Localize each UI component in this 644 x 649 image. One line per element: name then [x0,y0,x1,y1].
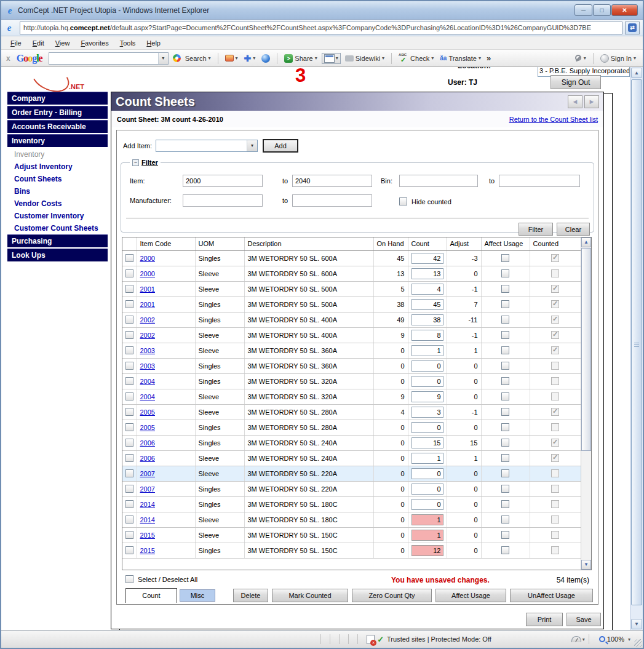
count-input[interactable] [411,376,443,387]
row-select-checkbox[interactable] [125,516,133,524]
sidebar-item-look-ups[interactable]: Look Ups [7,249,108,261]
count-input[interactable] [411,437,443,448]
count-input[interactable] [411,391,443,402]
item-code-link[interactable]: 2007 [140,485,155,493]
item-code-link[interactable]: 2003 [140,347,155,354]
toolbar-add-button[interactable]: ✚▾ [242,53,258,64]
delete-button[interactable]: Delete [233,589,268,602]
affect-usage-checkbox[interactable] [501,485,509,493]
sidebar-item-adjust-inventory[interactable]: Adjust Inventory [7,161,108,173]
row-select-checkbox[interactable] [125,331,133,339]
count-input[interactable] [411,314,443,325]
row-select-checkbox[interactable] [125,285,133,293]
toolbar-signin-button[interactable]: Sign In▾ [598,53,638,64]
affect-usage-checkbox[interactable] [501,331,509,339]
filter-button[interactable]: Filter [519,223,553,236]
unaffect-usage-button[interactable]: UnAffect Usage [510,589,593,602]
item-code-link[interactable]: 2002 [140,316,155,324]
bin-to-input[interactable] [499,175,580,187]
affect-usage-checkbox[interactable] [501,469,509,477]
count-input[interactable] [411,360,443,372]
count-input[interactable] [411,484,443,495]
gauge-icon[interactable] [571,636,581,642]
row-select-checkbox[interactable] [125,454,133,462]
chevron-down-icon[interactable]: ▾ [582,637,585,642]
hide-counted-checkbox[interactable] [399,197,407,205]
row-select-checkbox[interactable] [125,408,133,416]
scrollbar-thumb[interactable] [631,79,642,605]
sidebar-item-purchasing[interactable]: Purchasing [7,234,108,247]
affect-usage-checkbox[interactable] [501,531,509,539]
row-select-checkbox[interactable] [125,423,133,431]
row-select-checkbox[interactable] [125,300,133,308]
sidebar-item-customer-count-sheets[interactable]: Customer Count Sheets [7,222,108,234]
count-input[interactable] [411,330,443,341]
search-history-dropdown-icon[interactable]: ▾ [158,53,168,64]
url-input[interactable]: http://utopia.hq.comcept.net/default.asp… [20,22,622,34]
save-button[interactable]: Save [566,613,601,626]
sidebar-item-count-sheets[interactable]: Count Sheets [7,173,108,185]
manufacturer-to-input[interactable] [292,194,372,207]
minimize-button[interactable]: ─ [574,4,592,16]
menu-file[interactable]: File [5,38,27,49]
item-code-link[interactable]: 2001 [140,301,155,308]
scroll-down-icon[interactable]: ▼ [631,619,642,629]
count-input[interactable] [411,422,443,433]
affect-usage-checkbox[interactable] [501,408,509,416]
toolbar-layout-button[interactable]: ▾ [322,53,341,64]
count-input[interactable] [411,468,443,479]
row-select-checkbox[interactable] [125,500,133,508]
zoom-icon[interactable] [599,636,605,642]
count-input[interactable] [411,453,443,464]
affect-usage-checkbox[interactable] [501,316,509,324]
item-code-link[interactable]: 2000 [140,255,155,262]
scroll-down-icon[interactable]: ▼ [581,560,591,570]
collapse-icon[interactable]: − [132,159,139,166]
row-select-checkbox[interactable] [125,254,133,262]
affect-usage-checkbox[interactable] [501,423,509,431]
count-input[interactable] [411,268,443,279]
toolbar-close-icon[interactable]: x [6,54,10,63]
scroll-up-icon[interactable]: ▲ [581,237,591,247]
tab-misc[interactable]: Misc [180,589,215,602]
zero-count-qty-button[interactable]: Zero Count Qty [352,589,432,602]
grid-scrollbar[interactable]: ▲ ▼ [581,237,591,570]
affect-usage-checkbox[interactable] [501,346,509,354]
toolbar-settings-button[interactable]: ▾ [573,54,588,63]
sidebar-item-order-entry-billing[interactable]: Order Entry - Billing [7,106,108,119]
affect-usage-checkbox[interactable] [501,392,509,400]
affect-usage-checkbox[interactable] [501,439,509,447]
affect-usage-checkbox[interactable] [501,516,509,524]
item-code-link[interactable]: 2006 [140,439,155,447]
add-button[interactable]: Add [263,139,298,153]
affect-usage-checkbox[interactable] [501,454,509,462]
row-select-checkbox[interactable] [125,469,133,477]
item-code-link[interactable]: 2004 [140,393,155,400]
mark-counted-button[interactable]: Mark Counted [272,589,348,602]
item-code-link[interactable]: 2000 [140,270,155,277]
select-all-checkbox[interactable] [125,575,133,583]
toolbar-sidewiki-button[interactable]: Sidewiki▾ [343,54,386,63]
toolbar-search-input[interactable]: ▾ [49,52,169,65]
row-select-checkbox[interactable] [125,362,133,370]
sidebar-item-customer-inventory[interactable]: Customer Inventory [7,210,108,222]
toolbar-search-button[interactable]: Search▾ [171,53,213,63]
item-code-link[interactable]: 2006 [140,455,155,462]
count-input[interactable] [411,284,443,295]
maximize-button[interactable]: □ [593,4,611,16]
affect-usage-checkbox[interactable] [501,362,509,370]
count-input[interactable] [411,407,443,418]
browser-scrollbar[interactable]: ▲ ▼ [630,67,643,630]
sign-out-button[interactable]: Sign Out [551,75,601,89]
row-select-checkbox[interactable] [125,377,133,385]
row-select-checkbox[interactable] [125,269,133,277]
sidebar-item-bins[interactable]: Bins [7,185,108,197]
row-select-checkbox[interactable] [125,439,133,447]
row-select-checkbox[interactable] [125,346,133,354]
clear-button[interactable]: Clear [557,223,590,236]
item-code-link[interactable]: 2014 [140,516,155,524]
menu-help[interactable]: Help [141,38,166,49]
toolbar-overflow-icon[interactable]: » [487,54,491,63]
item-code-link[interactable]: 2002 [140,332,155,339]
item-from-input[interactable] [183,175,263,187]
